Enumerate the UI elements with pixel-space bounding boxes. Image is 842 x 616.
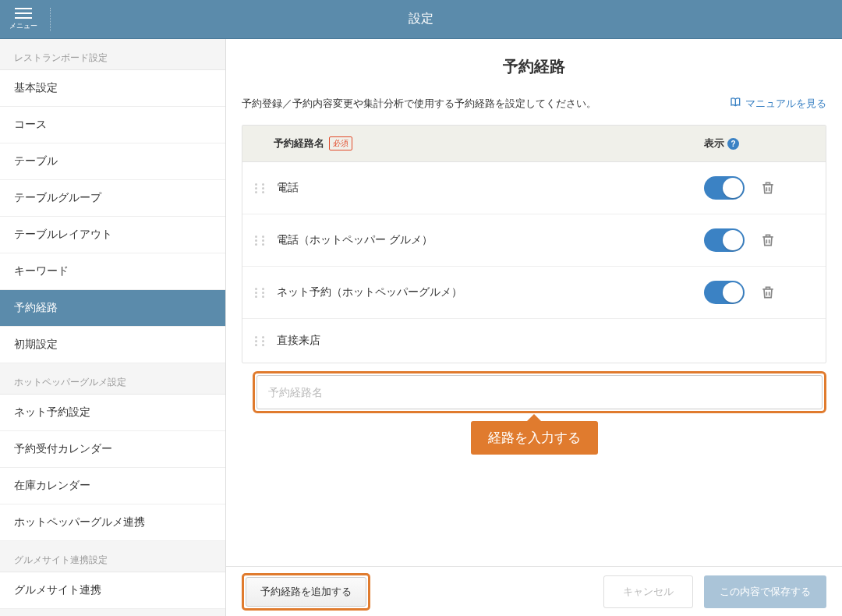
drag-handle-icon[interactable] [255,180,267,196]
sidebar-section-label: ホットペッパーグルメ設定 [0,363,225,395]
drag-handle-icon[interactable] [255,333,267,349]
required-badge: 必須 [329,136,352,150]
trash-icon[interactable] [760,232,776,249]
route-name: 直接来店 [267,334,704,348]
cancel-button[interactable]: キャンセル [603,575,693,608]
add-route-button[interactable]: 予約経路を追加する [246,577,366,607]
route-name: 電話（ホットペッパー グルメ） [267,233,704,247]
sidebar-item[interactable]: テーブル [0,143,225,180]
route-name: ネット予約（ホットペッパーグルメ） [267,285,704,299]
input-callout: 経路を入力する [471,421,598,455]
hamburger-icon [15,8,32,19]
sidebar-item[interactable]: テーブルグループ [0,180,225,217]
sidebar-item[interactable]: テーブルレイアウト [0,217,225,253]
menu-label: メニュー [9,21,37,31]
settings-sidebar: レストランボード設定基本設定コーステーブルテーブルグループテーブルレイアウトキー… [0,39,226,616]
display-toggle[interactable] [704,228,745,252]
header-divider [50,8,51,31]
header-title: 設定 [409,11,433,27]
sidebar-item[interactable]: 初期設定 [0,327,225,363]
sidebar-item[interactable]: 基本設定 [0,70,225,107]
display-toggle[interactable] [704,281,745,304]
drag-handle-icon[interactable] [255,232,267,248]
sidebar-item[interactable]: 予約受付カレンダー [0,431,225,468]
row-controls [704,281,813,304]
row-controls [704,228,813,252]
display-toggle[interactable] [704,176,745,200]
book-icon [730,96,742,111]
route-input-highlight [253,371,826,413]
sidebar-section-label: レストランボード設定 [0,39,225,70]
menu-button[interactable]: メニュー [0,0,47,39]
table-row: 電話（ホットペッパー グルメ） [242,214,826,267]
sidebar-section-label: Airウェイト連携設定 [0,609,225,616]
row-controls [704,176,813,200]
save-button[interactable]: この内容で保存する [704,575,826,608]
route-name-input[interactable] [256,375,823,409]
trash-icon[interactable] [760,179,776,196]
table-header: 予約経路名 必須 表示 ? [242,126,826,162]
sidebar-item[interactable]: コース [0,107,225,143]
drag-handle-icon[interactable] [255,285,267,300]
table-row: 直接来店 [242,319,826,363]
sidebar-item[interactable]: 在庫カレンダー [0,468,225,504]
table-row: ネット予約（ホットペッパーグルメ） [242,267,826,319]
app-header: メニュー 設定 [0,0,842,39]
manual-link-label: マニュアルを見る [745,97,826,111]
add-button-highlight: 予約経路を追加する [242,573,370,611]
table-row: 電話 [242,162,826,214]
col-name-label: 予約経路名 [274,136,324,150]
route-table: 予約経路名 必須 表示 ? 電話電話（ホットペッパー グルメ）ネット予約（ホット… [242,125,826,363]
main-panel: 予約経路 予約登録／予約内容変更や集計分析で使用する予約経路を設定してください。… [226,39,842,616]
page-title: 予約経路 [226,39,842,85]
sidebar-item[interactable]: グルメサイト連携 [0,572,225,609]
sidebar-section-label: グルメサイト連携設定 [0,541,225,572]
sidebar-item[interactable]: ネット予約設定 [0,395,225,431]
sidebar-item[interactable]: キーワード [0,253,225,290]
help-icon[interactable]: ? [727,138,739,150]
col-display-label: 表示 [704,136,724,150]
trash-icon[interactable] [760,284,776,301]
footer-bar: 予約経路を追加する キャンセル この内容で保存する [226,566,842,616]
instruction-text: 予約登録／予約内容変更や集計分析で使用する予約経路を設定してください。 [242,97,596,111]
route-name: 電話 [267,181,704,195]
sidebar-item[interactable]: ホットペッパーグルメ連携 [0,504,225,541]
manual-link[interactable]: マニュアルを見る [730,96,826,111]
sidebar-item[interactable]: 予約経路 [0,290,225,327]
